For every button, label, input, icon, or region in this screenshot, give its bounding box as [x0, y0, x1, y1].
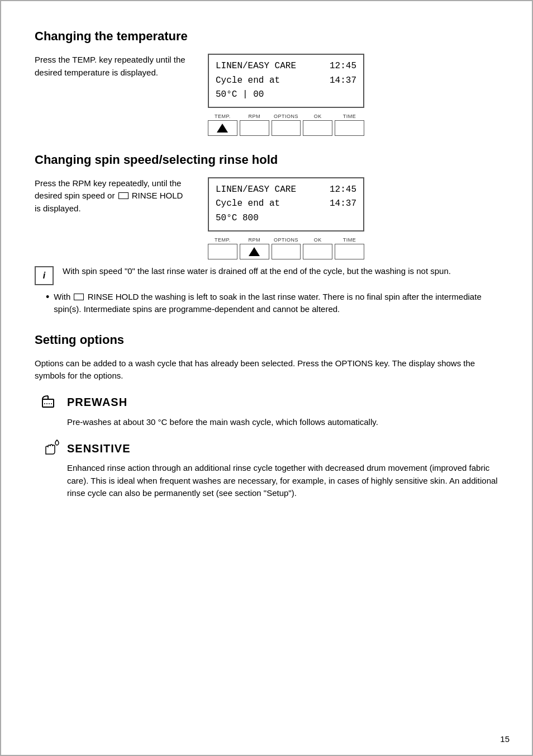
key-time-label: TIME — [343, 114, 356, 119]
key2-rpm-box — [240, 244, 269, 259]
rinse-hold-symbol-bullet — [74, 294, 84, 300]
key-ok-label: OK — [314, 114, 322, 119]
arrow-up-icon — [217, 124, 228, 133]
rinse-hold-symbol-inline — [118, 192, 129, 199]
lcd1-line1-left: LINEN/EASY CARE — [216, 59, 296, 74]
key-rpm-label: RPM — [248, 114, 260, 119]
key2-ok-label: OK — [314, 237, 322, 243]
option-prewash-title: PREWASH — [67, 396, 127, 409]
option-sensitive: SENSITIVE Enhanced rinse action through … — [35, 438, 498, 500]
key2-options-label: OPTIONS — [274, 237, 298, 243]
page: Changing the temperature Press the TEMP.… — [0, 0, 533, 756]
key2-temp-label: TEMP. — [215, 237, 231, 243]
key-temp-label: TEMP. — [215, 114, 231, 119]
section-title-spin: Changing spin speed/selecting rinse hold — [35, 153, 498, 167]
temperature-lcd-screen: LINEN/EASY CARE 12:45 Cycle end at 14:37… — [208, 54, 364, 108]
temperature-description: Press the TEMP. key repeatedly until the… — [35, 54, 191, 79]
page-number: 15 — [500, 734, 510, 744]
lcd2-line2-left: Cycle end at — [216, 197, 280, 211]
svg-rect-0 — [42, 399, 54, 407]
option-sensitive-title: SENSITIVE — [67, 442, 130, 455]
key-options-box — [272, 120, 301, 136]
lcd2-line1-right: 12:45 — [330, 183, 356, 197]
key-rpm: RPM — [240, 114, 269, 136]
key2-time-box — [335, 244, 364, 259]
arrow-up-icon-2 — [249, 247, 260, 256]
section-setting-options: Setting options Options can be added to … — [35, 333, 498, 500]
info-text: With spin speed "0" the last rinse water… — [63, 265, 498, 285]
key2-rpm: RPM — [240, 237, 269, 259]
key2-options: OPTIONS — [272, 237, 301, 259]
keypad-temperature: TEMP. RPM OPTIONS OK — [208, 114, 364, 136]
section-changing-temperature: Changing the temperature Press the TEMP.… — [35, 29, 498, 136]
key-rpm-box — [240, 120, 269, 136]
key2-temp: TEMP. — [208, 237, 237, 259]
key-ok: OK — [303, 114, 332, 136]
keypad-spin: TEMP. RPM OPTIONS OK — [208, 237, 364, 259]
section-title-options: Setting options — [35, 333, 498, 347]
bullet-text: With RINSE HOLD the washing is left to s… — [54, 291, 498, 316]
options-intro: Options can be added to a wash cycle tha… — [35, 357, 498, 382]
lcd1-line1-right: 12:45 — [330, 59, 356, 74]
key2-temp-box — [208, 244, 237, 259]
lcd2-line1-left: LINEN/EASY CARE — [216, 183, 296, 197]
lcd1-line2-left: Cycle end at — [216, 74, 280, 88]
option-prewash-header: PREWASH — [40, 393, 498, 413]
key-time-box — [335, 120, 364, 136]
section-changing-spin: Changing spin speed/selecting rinse hold… — [35, 153, 498, 316]
lcd2-line2: Cycle end at 14:37 — [216, 197, 356, 211]
key2-rpm-label: RPM — [248, 237, 260, 243]
lcd1-line2: Cycle end at 14:37 — [216, 74, 356, 88]
key2-ok: OK — [303, 237, 332, 259]
bullet-rinse-hold: • With RINSE HOLD the washing is left to… — [46, 291, 498, 316]
lcd2-line1: LINEN/EASY CARE 12:45 — [216, 183, 356, 197]
svg-point-3 — [55, 441, 59, 445]
spin-lcd-block: LINEN/EASY CARE 12:45 Cycle end at 14:37… — [208, 177, 364, 259]
prewash-icon — [40, 393, 60, 413]
lcd1-line3: 50°C | 00 — [216, 88, 356, 102]
lcd2-line2-right: 14:37 — [330, 197, 356, 211]
key-temp: TEMP. — [208, 114, 237, 136]
info-row: i With spin speed "0" the last rinse wat… — [35, 265, 498, 285]
key-ok-box — [303, 120, 332, 136]
bullet-dot: • — [46, 291, 49, 316]
option-prewash-desc: Pre-washes at about 30 °C before the mai… — [67, 416, 498, 429]
key2-time-label: TIME — [343, 237, 356, 243]
key2-options-box — [272, 244, 301, 259]
spin-description: Press the RPM key repeatedly, until the … — [35, 177, 191, 215]
option-prewash: PREWASH Pre-washes at about 30 °C before… — [35, 393, 498, 429]
lcd1-line1: LINEN/EASY CARE 12:45 — [216, 59, 356, 74]
key-options-label: OPTIONS — [274, 114, 298, 119]
key-temp-box — [208, 120, 237, 136]
lcd2-line3: 50°C 800 — [216, 211, 356, 226]
temperature-lcd-block: LINEN/EASY CARE 12:45 Cycle end at 14:37… — [208, 54, 364, 136]
lcd1-line2-right: 14:37 — [330, 74, 356, 88]
option-sensitive-header: SENSITIVE — [40, 438, 498, 459]
info-icon: i — [35, 266, 54, 285]
key-time: TIME — [335, 114, 364, 136]
key2-time: TIME — [335, 237, 364, 259]
option-sensitive-desc: Enhanced rinse action through an additio… — [67, 462, 498, 500]
key2-ok-box — [303, 244, 332, 259]
spin-lcd-screen: LINEN/EASY CARE 12:45 Cycle end at 14:37… — [208, 177, 364, 231]
key-options: OPTIONS — [272, 114, 301, 136]
sensitive-icon — [40, 438, 60, 459]
section-title-temperature: Changing the temperature — [35, 29, 498, 44]
